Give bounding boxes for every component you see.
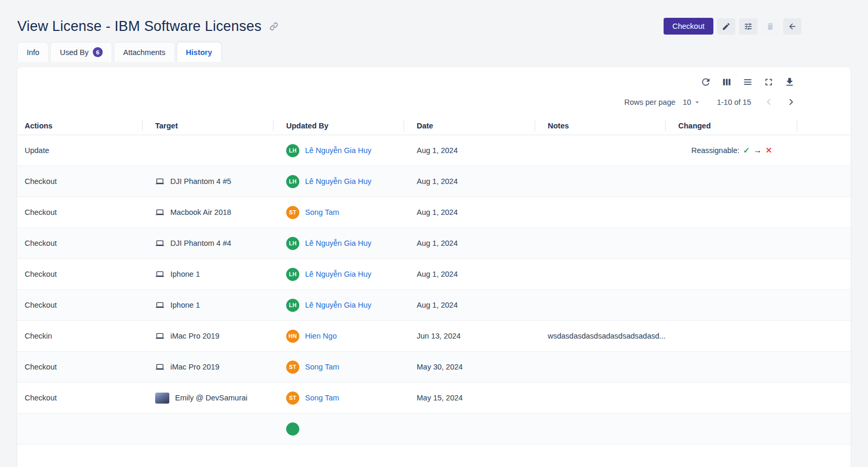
updated-by-cell: HN Hien Ngo [274,321,404,351]
page-header: View License - IBM Software Licenses Che… [0,0,868,35]
table-row: Checkout Iphone 1 LH Lê Nguyễn Gia Huy A… [17,290,851,321]
date-cell [404,414,535,444]
changed-cell [666,259,797,289]
tab-attachments[interactable]: Attachments [114,42,175,62]
column-header-notes[interactable]: Notes [535,116,666,135]
density-button[interactable] [742,77,753,88]
date-label: Aug 1, 2024 [417,270,458,278]
action-cell: Checkout [17,383,143,413]
used-by-count-badge: 6 [93,47,103,57]
spacer-cell [797,166,851,197]
rows-per-page-select[interactable]: 10 [683,98,701,106]
date-cell: Aug 1, 2024 [404,228,535,258]
settings-button[interactable] [739,18,757,35]
user-link[interactable]: Lê Nguyễn Gia Huy [305,270,372,278]
notes-label: wsdasdasdasdsadasdsadsadasd... [548,332,666,340]
column-header-changed[interactable]: Changed [666,116,797,135]
refresh-button[interactable] [700,77,711,88]
columns-button[interactable] [721,77,732,88]
column-header-actions[interactable]: Actions [17,116,143,135]
changed-cell [666,197,797,227]
notes-cell [535,259,666,289]
chevron-right-icon [786,97,796,107]
notes-cell [535,352,666,382]
tab-used-by-label: Used By [60,48,89,57]
table-body: Update LH Lê Nguyễn Gia Huy Aug 1, 2024 … [17,135,851,444]
user-link[interactable]: Hien Ngo [305,332,337,340]
date-label: Aug 1, 2024 [417,208,458,216]
tab-info[interactable]: Info [17,42,49,62]
notes-cell [535,228,666,258]
user-link[interactable]: Song Tam [305,363,339,371]
download-icon [784,77,795,88]
user-link[interactable]: Song Tam [305,208,339,216]
user-avatar: LH [286,268,299,281]
target-label: DJI Phantom 4 #5 [170,177,231,186]
user-avatar: LH [286,175,299,188]
action-cell: Checkout [17,352,143,382]
updated-by-cell: ST Song Tam [274,197,404,227]
changed-cell [666,290,797,320]
user-link[interactable]: Lê Nguyễn Gia Huy [305,301,372,309]
updated-by-cell: ST Song Tam [274,352,404,382]
date-label: Aug 1, 2024 [417,177,458,186]
action-label: Checkout [25,301,57,309]
column-header-date[interactable]: Date [404,116,535,135]
export-button[interactable] [784,77,795,88]
notes-cell [535,383,666,413]
date-cell: May 30, 2024 [404,352,535,382]
checkout-button[interactable]: Checkout [664,18,713,35]
header-actions: Checkout [664,18,801,35]
changed-cell: Reassignable: ✓ → ✕ [666,135,797,166]
target-cell: Macbook Air 2018 [143,197,274,227]
user-link[interactable]: Lê Nguyễn Gia Huy [305,177,372,186]
table-row: Checkout DJI Phantom 4 #5 LH Lê Nguyễn G… [17,166,851,197]
date-cell: Aug 1, 2024 [404,197,535,227]
target-cell: DJI Phantom 4 #4 [143,228,274,258]
date-label: Jun 13, 2024 [417,332,461,340]
target-cell: iMac Pro 2019 [143,321,274,351]
next-page-button[interactable] [785,96,797,108]
user-link[interactable]: Lê Nguyễn Gia Huy [305,239,372,247]
date-cell: Aug 1, 2024 [404,166,535,197]
spacer-cell [797,135,851,166]
column-header-target[interactable]: Target [143,116,274,135]
rows-per-page-value: 10 [683,98,691,106]
notes-cell [535,135,666,166]
rows-per-page-label: Rows per page [624,98,676,106]
target-cell: Emily @ DevSamurai [143,383,274,413]
updated-by-cell: LH Lê Nguyễn Gia Huy [274,228,404,258]
user-avatar: ST [286,206,299,219]
copy-link-icon[interactable] [269,21,279,31]
target-cell: iMac Pro 2019 [143,352,274,382]
changed-cell [666,321,797,351]
fullscreen-button[interactable] [763,77,774,88]
action-cell: Update [17,135,143,166]
changed-cell [666,352,797,382]
user-avatar [286,422,299,436]
laptop-icon [155,239,165,247]
user-link[interactable]: Song Tam [305,394,339,402]
spacer-cell [797,259,851,289]
spacer-cell [797,290,851,320]
arrow-left-icon [788,22,797,31]
back-button[interactable] [783,18,801,35]
tab-info-label: Info [27,48,39,57]
target-label: Iphone 1 [170,270,200,278]
target-cell [143,135,274,166]
title-wrap: View License - IBM Software Licenses [17,18,279,35]
trash-icon [766,22,775,31]
refresh-icon [700,77,711,88]
tab-attachments-label: Attachments [123,48,166,57]
notes-cell [535,414,666,444]
tab-history[interactable]: History [177,42,222,62]
user-link[interactable]: Lê Nguyễn Gia Huy [305,146,372,155]
pagination: Rows per page 10 1-10 of 15 [17,88,851,108]
edit-button[interactable] [717,18,735,35]
target-label: DJI Phantom 4 #4 [170,239,231,247]
action-cell: Checkout [17,166,143,197]
column-header-updated-by[interactable]: Updated By [274,116,404,135]
spacer-cell [797,383,851,413]
tab-used-by[interactable]: Used By 6 [50,42,112,62]
spacer-cell [797,228,851,258]
